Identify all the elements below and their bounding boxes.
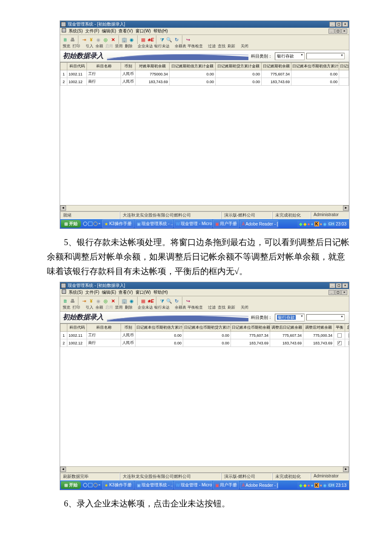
balance-checkbox[interactable] [337,333,342,338]
child-minimize-button[interactable]: _ [329,290,334,295]
menu-edit[interactable]: 编辑(E) [102,289,116,295]
tray-lang[interactable]: CH [328,222,335,226]
child-close-button[interactable]: × [341,290,347,295]
import-icon[interactable]: ⇥ [81,298,87,304]
tray-lang[interactable]: CH [328,483,335,487]
corp-pending-icon[interactable]: 🏢 [121,298,128,304]
start-button[interactable]: ⊞开始 [61,220,81,228]
table-row[interactable]: 21002.12商行人民币183,743.690.000.00183,743.6… [61,78,349,86]
tray-icon[interactable]: ◆ [299,222,303,226]
tray-icon[interactable]: ◉ [323,483,327,488]
print-icon[interactable]: 🖶 [69,37,76,43]
exit-icon[interactable]: ↪ [184,298,191,304]
table-row[interactable]: 11002.11工行人民币775000.340.000.00775,607.34… [61,70,349,78]
delete-icon[interactable]: ✕ [110,37,116,43]
maximize-button[interactable]: ◻ [336,22,342,27]
quicklaunch-icon[interactable] [93,483,98,487]
menu-system[interactable]: 系统(S) [69,289,83,295]
data-grid[interactable]: 科目代码科目名称币别日记账本位币期初借方累计金额日记账本位币期初贷方累计金额日记… [60,324,349,347]
tray-icon[interactable]: ♦ [320,483,322,488]
child-maximize-button[interactable]: ◻ [335,290,341,295]
quicklaunch-icon[interactable] [83,483,87,487]
minimize-button[interactable]: _ [329,22,335,27]
tray-icon[interactable]: ◆ [303,483,307,488]
menu-file[interactable]: 文件(F) [85,289,99,295]
taskbar-item[interactable]: W现金管理 - Micro... [174,220,212,228]
bank-pending-icon[interactable]: ◉ [128,298,135,304]
start-button[interactable]: ⊞开始 [61,481,81,489]
balance-checkbox[interactable] [337,341,342,345]
refresh-icon[interactable]: ↻ [173,298,180,304]
balance-sheet-icon[interactable]: ▦ [140,37,147,43]
menu-window[interactable]: 窗口(W) [135,289,151,295]
quicklaunch-icon[interactable] [93,222,98,226]
table-row[interactable]: 21002.12商行人民币0.000.00183,743.69183,743.6… [61,339,349,347]
quicklaunch-icon[interactable] [88,483,92,487]
horizontal-scrollbar[interactable]: ◄► [60,466,349,472]
tray-icon[interactable]: ♦ [320,222,322,226]
disable-icon[interactable]: ◎ [102,298,109,304]
quicklaunch-icon[interactable] [88,222,92,226]
menu-window[interactable]: 窗口(W) [135,28,151,34]
tray-icon[interactable]: ◉ [323,222,327,226]
quicklaunch-expand[interactable]: » [98,483,100,487]
tray-icon[interactable]: ◆ [299,483,303,488]
taskbar-item[interactable]: ★K3操作手册 [102,220,133,228]
bank-pending-icon[interactable]: ◉ [128,37,135,43]
enable-icon[interactable]: ◉ [95,298,102,304]
child-minimize-button[interactable]: _ [329,29,334,34]
balance-icon[interactable]: ¥ [88,298,95,304]
taskbar-item[interactable]: W现金管理 - Micro... [174,481,212,489]
tray-icon[interactable]: ● [311,483,314,488]
find-icon[interactable]: 🔍 [166,37,173,43]
menu-edit[interactable]: 编辑(E) [102,28,116,34]
taskbar-item[interactable]: ▣用户手册 [213,220,239,228]
disable-icon[interactable]: ◎ [102,37,109,43]
table-row[interactable]: 11002.11工行人民币0.000.00775,607.34775,607.3… [61,332,349,339]
menu-file[interactable]: 文件(F) [85,28,99,34]
refresh-icon[interactable]: ↻ [173,37,180,43]
child-close-button[interactable]: × [341,29,347,34]
taskbar-item[interactable]: AAdobe Reader - [... [240,482,278,489]
close-button[interactable]: × [342,22,348,27]
tray-icon[interactable]: ● [311,222,314,226]
quicklaunch-icon[interactable] [83,222,87,226]
enable-icon[interactable]: ◉ [95,37,102,43]
quicklaunch-expand[interactable]: » [98,222,100,226]
data-grid[interactable]: 科目代码科目名称币别对账单期初余额日记账期初借方累计金额日记账期初贷方累计金额日… [60,62,349,86]
tray-k-icon[interactable]: K [314,483,319,488]
menu-system[interactable]: 系统(S) [69,28,83,34]
child-maximize-button[interactable]: ◻ [335,29,341,34]
taskbar-item[interactable]: ▣现金管理系统 - ... [135,220,173,228]
import-icon[interactable]: ⇥ [81,37,87,43]
enable-checkbox[interactable] [349,341,349,345]
class-select[interactable]: 银行存款 [275,52,305,60]
corp-pending-icon[interactable]: 🏢 [121,37,128,43]
filter-icon[interactable]: ⧩ [159,37,165,43]
balance-icon[interactable]: ¥ [88,37,95,43]
balance-check-icon[interactable]: ∗E [147,37,154,43]
find-icon[interactable]: 🔍 [166,298,173,304]
minimize-button[interactable]: _ [329,283,335,288]
tray-k-icon[interactable]: K [314,222,319,226]
filter-icon[interactable]: ⧩ [159,298,165,304]
taskbar-item[interactable]: ▣用户手册 [213,481,239,489]
preview-icon[interactable]: 🗎 [62,298,69,304]
account-select[interactable] [306,314,345,321]
class-select[interactable]: 银行存款 [275,314,305,321]
taskbar-item[interactable]: ★K3操作手册 [102,481,133,489]
account-select[interactable] [306,53,345,59]
menu-view[interactable]: 查看(V) [118,28,133,34]
tray-icon[interactable]: ● [308,222,310,226]
balance-check-icon[interactable]: ∗E [147,298,154,304]
menu-help[interactable]: 帮助(H) [153,28,168,34]
close-button[interactable]: × [342,283,348,288]
balance-sheet-icon[interactable]: ▦ [140,298,147,304]
menu-help[interactable]: 帮助(H) [153,289,168,295]
preview-icon[interactable]: 🗎 [62,37,69,43]
horizontal-scrollbar[interactable]: ◄► [60,205,349,211]
maximize-button[interactable]: ◻ [336,283,342,288]
enable-checkbox[interactable] [349,333,349,338]
exit-icon[interactable]: ↪ [184,37,191,43]
taskbar-item[interactable]: ▣现金管理系统 - ... [135,481,173,489]
